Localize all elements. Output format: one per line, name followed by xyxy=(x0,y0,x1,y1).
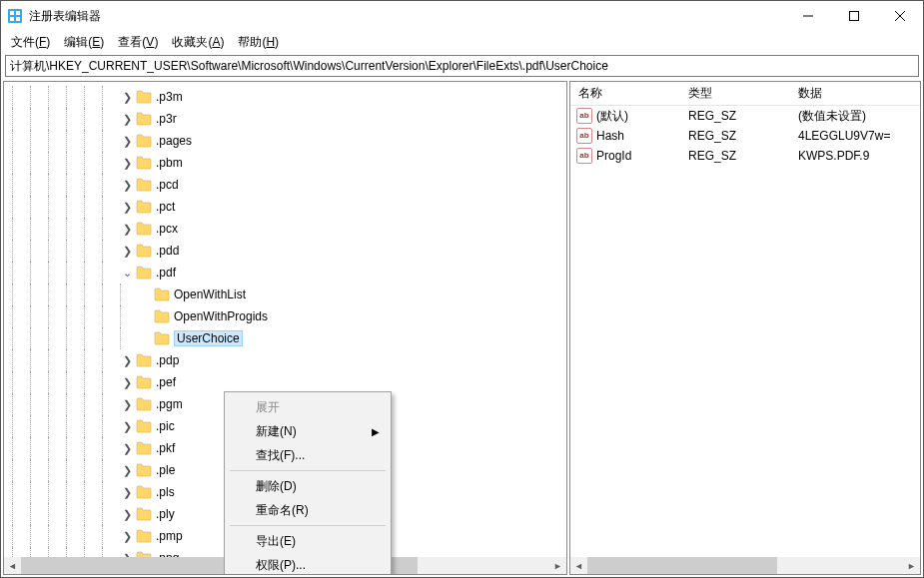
expander-icon[interactable]: ❯ xyxy=(120,398,134,411)
address-bar[interactable]: 计算机\HKEY_CURRENT_USER\Software\Microsoft… xyxy=(5,55,919,77)
context-label: 新建(N) xyxy=(256,423,297,440)
maximize-button[interactable] xyxy=(831,1,877,31)
tree-label: .p3m xyxy=(156,90,183,104)
value-data: (数值未设置) xyxy=(790,108,920,125)
col-name[interactable]: 名称 xyxy=(570,85,680,102)
tree-label: .pkf xyxy=(156,441,175,455)
menu-h[interactable]: 帮助(H) xyxy=(232,32,285,53)
tree-label: .pcx xyxy=(156,222,178,236)
scroll-right-button[interactable]: ► xyxy=(549,557,566,574)
tree-label: .pages xyxy=(156,134,192,148)
context-label: 导出(E) xyxy=(256,533,296,550)
string-value-icon: ab xyxy=(576,128,592,144)
expander-icon[interactable]: ❯ xyxy=(120,245,134,258)
string-value-icon: ab xyxy=(576,148,592,164)
scroll-left-button[interactable]: ◄ xyxy=(570,557,587,574)
context-item[interactable]: 重命名(R) xyxy=(228,498,388,522)
scroll-left-button[interactable]: ◄ xyxy=(4,557,21,574)
expander-icon[interactable]: ❯ xyxy=(120,91,134,104)
expander-icon[interactable]: ❯ xyxy=(120,223,134,236)
menu-e[interactable]: 编辑(E) xyxy=(58,32,110,53)
tree-item[interactable]: ❯.pbm xyxy=(4,152,566,174)
context-label: 展开 xyxy=(256,399,280,416)
context-label: 重命名(R) xyxy=(256,502,309,519)
expander-icon[interactable]: ❯ xyxy=(120,464,134,477)
minimize-button[interactable] xyxy=(785,1,831,31)
tree-item[interactable]: ❯.pef xyxy=(4,371,566,393)
list-header: 名称 类型 数据 xyxy=(570,82,920,106)
context-item[interactable]: 查找(F)... xyxy=(228,443,388,467)
tree-label: .pgm xyxy=(156,397,183,411)
tree-item[interactable]: ❯.pcx xyxy=(4,218,566,240)
expander-icon[interactable]: ❯ xyxy=(120,376,134,389)
expander-icon[interactable]: ❯ xyxy=(120,354,134,367)
tree-item[interactable]: ❯.p3r xyxy=(4,108,566,130)
tree-label: OpenWithList xyxy=(174,288,246,301)
context-item[interactable]: 删除(D) xyxy=(228,474,388,498)
menu-a[interactable]: 收藏夹(A) xyxy=(166,32,230,53)
svg-rect-2 xyxy=(16,11,20,15)
context-label: 删除(D) xyxy=(256,478,297,495)
tree-item[interactable]: OpenWithList xyxy=(4,284,566,305)
address-text: 计算机\HKEY_CURRENT_USER\Software\Microsoft… xyxy=(10,58,608,75)
expander-icon[interactable]: ❯ xyxy=(120,135,134,148)
value-type: REG_SZ xyxy=(680,129,790,143)
values-hscrollbar[interactable]: ◄ ► xyxy=(570,557,920,574)
context-separator xyxy=(230,470,386,471)
expander-icon[interactable]: ❯ xyxy=(120,530,134,543)
expander-icon[interactable]: ❯ xyxy=(120,486,134,499)
context-label: 权限(P)... xyxy=(256,557,306,574)
tree-item[interactable]: UserChoice xyxy=(4,327,566,349)
expander-icon[interactable]: ❯ xyxy=(120,442,134,455)
tree-label: .pmp xyxy=(156,529,183,543)
tree-label: .pdp xyxy=(156,353,179,367)
expander-icon[interactable]: ❯ xyxy=(120,201,134,214)
tree-item[interactable]: ❯.pdd xyxy=(4,240,566,262)
menu-v[interactable]: 查看(V) xyxy=(112,32,164,53)
tree-label: .pdd xyxy=(156,244,179,258)
tree-label: .pic xyxy=(156,419,175,433)
tree-item[interactable]: ❯.pdp xyxy=(4,349,566,371)
tree-label: .pef xyxy=(156,375,176,389)
close-button[interactable] xyxy=(877,1,923,31)
list-row[interactable]: abHashREG_SZ4LEGGLU9V7w= xyxy=(570,126,920,146)
tree-item[interactable]: ⌄.pdf xyxy=(4,262,566,284)
value-type: REG_SZ xyxy=(680,149,790,163)
expander-icon[interactable]: ❯ xyxy=(120,420,134,433)
list-row[interactable]: ab(默认)REG_SZ(数值未设置) xyxy=(570,106,920,126)
tree-label: OpenWithProgids xyxy=(174,309,268,323)
context-separator xyxy=(230,525,386,526)
svg-rect-3 xyxy=(10,17,14,21)
value-data: KWPS.PDF.9 xyxy=(790,149,920,163)
expander-icon[interactable]: ❯ xyxy=(120,113,134,126)
context-item[interactable]: 权限(P)... xyxy=(228,553,388,575)
col-data[interactable]: 数据 xyxy=(790,85,920,102)
context-item: 展开 xyxy=(228,395,388,419)
tree-label: .p3r xyxy=(156,112,177,126)
tree-item[interactable]: OpenWithProgids xyxy=(4,305,566,327)
col-type[interactable]: 类型 xyxy=(680,85,790,102)
expander-icon[interactable]: ⌄ xyxy=(120,267,134,280)
regedit-icon xyxy=(7,8,23,24)
context-menu: 展开新建(N)▶查找(F)...删除(D)重命名(R)导出(E)权限(P)...… xyxy=(224,391,392,575)
values-pane: 名称 类型 数据 ab(默认)REG_SZ(数值未设置)abHashREG_SZ… xyxy=(569,81,921,575)
context-item[interactable]: 新建(N)▶ xyxy=(228,419,388,443)
tree-item[interactable]: ❯.pct xyxy=(4,196,566,218)
tree-label: UserChoice xyxy=(174,330,243,346)
expander-icon[interactable]: ❯ xyxy=(120,157,134,170)
context-label: 查找(F)... xyxy=(256,447,305,464)
tree-item[interactable]: ❯.pages xyxy=(4,130,566,152)
value-type: REG_SZ xyxy=(680,109,790,123)
list-row[interactable]: abProgIdREG_SZKWPS.PDF.9 xyxy=(570,146,920,166)
context-item[interactable]: 导出(E) xyxy=(228,529,388,553)
menu-f[interactable]: 文件(F) xyxy=(5,32,56,53)
scroll-right-button[interactable]: ► xyxy=(903,557,920,574)
tree-label: .pcd xyxy=(156,178,179,192)
tree-item[interactable]: ❯.p3m xyxy=(4,86,566,108)
expander-icon[interactable]: ❯ xyxy=(120,179,134,192)
tree-label: .ple xyxy=(156,463,175,477)
tree-item[interactable]: ❯.pcd xyxy=(4,174,566,196)
value-data: 4LEGGLU9V7w= xyxy=(790,129,920,143)
expander-icon[interactable]: ❯ xyxy=(120,508,134,521)
tree-label: .ply xyxy=(156,507,175,521)
